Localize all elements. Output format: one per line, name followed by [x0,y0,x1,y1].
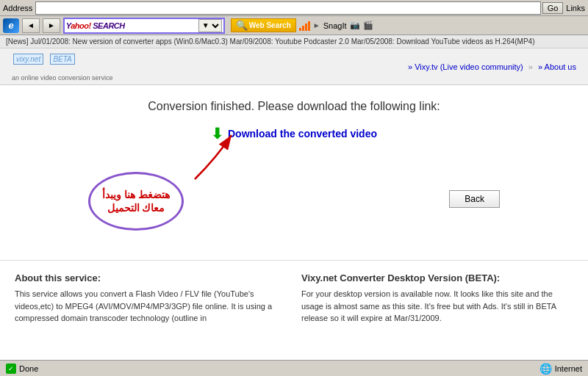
logo-subtitle: an online video conversion service [12,74,113,82]
about-right-title: Vixy.net Converter Desktop Version (BETA… [301,272,573,283]
about-left-text: This service allows you convert a Flash … [15,288,287,325]
yahoo-search-box: Yahoo! SEARCH ▼ [63,18,225,34]
back-button[interactable]: Back [449,190,500,208]
news-bar: [News] Jul/01/2008: New version of conve… [0,35,588,48]
status-done-label: Done [19,364,38,373]
toolbar: e ◄ ► Yahoo! SEARCH ▼ 🔍 Web Search ► Sna… [0,16,588,35]
snagit-icon2: 🎬 [363,21,373,30]
forward-nav-button[interactable]: ► [43,18,60,33]
main-content: Conversion finished. Please download the… [0,85,588,260]
site-header: vixy.net BETA an online video conversion… [0,48,588,85]
logo-name: vixy.net [13,54,43,65]
about-left-title: About this service: [15,272,287,283]
internet-globe-icon: 🌐 [539,363,552,375]
back-nav-button[interactable]: ◄ [22,18,40,33]
header-links: » Vixy.tv (Live video community) » » Abo… [408,62,576,71]
address-label: Address [3,4,32,12]
annotation-bubble: هتضغط هنا ويبدأ معاك التحميل [88,172,184,231]
links-button[interactable]: Links [566,4,585,12]
annotation-text: هتضغط هنا ويبدأ معاك التحميل [98,188,174,214]
go-button[interactable]: Go [542,2,564,14]
arrow-separator: ► [313,21,320,29]
about-right-text: For your desktop version is available no… [301,288,573,325]
ie-logo: e [3,18,19,33]
search-dropdown[interactable]: ▼ [198,19,222,32]
snagit-area: SnagIt 📷 🎬 [323,21,373,30]
about-right-column: Vixy.net Converter Desktop Version (BETA… [301,272,573,325]
about-left-column: About this service: This service allows … [15,272,287,325]
page-content: vixy.net BETA an online video conversion… [0,48,588,344]
status-bar: ✓ Done 🌐 Internet [0,360,588,376]
snagit-icon1: 📷 [350,21,360,30]
status-left: ✓ Done [6,364,38,374]
site-logo: vixy.net BETA an online video conversion… [12,51,113,82]
address-bar: Address Go Links [0,0,588,16]
about-section: About this service: This service allows … [0,260,588,336]
status-right: 🌐 Internet [539,363,582,375]
done-icon: ✓ [6,364,16,374]
web-search-button[interactable]: 🔍 Web Search [231,18,296,32]
snagit-label: SnagIt [323,21,347,30]
about-us-link[interactable]: » About us [538,62,576,71]
annotation-area: هتضغط هنا ويبدأ معاك التحميل Back [29,164,559,245]
yahoo-search-input[interactable] [125,21,198,30]
news-text: [News] Jul/01/2008: New version of conve… [6,37,534,46]
beta-badge: BETA [50,54,74,65]
logo-title: vixy.net BETA [12,51,113,74]
signal-bars [299,21,310,31]
yahoo-logo: Yahoo! SEARCH [66,21,125,30]
internet-label: Internet [555,364,582,373]
conversion-message: Conversion finished. Please download the… [29,100,559,113]
vixy-tv-link[interactable]: » Vixy.tv (Live video community) [408,62,523,71]
annotation-arrow [173,128,261,187]
address-input[interactable] [35,1,540,15]
